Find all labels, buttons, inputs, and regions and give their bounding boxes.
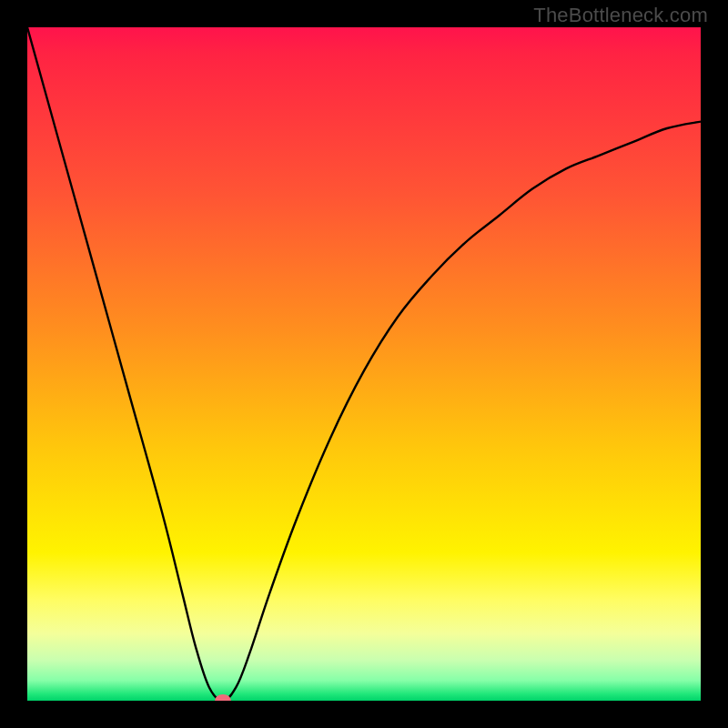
chart-frame: TheBottleneck.com <box>0 0 728 728</box>
watermark-text: TheBottleneck.com <box>533 4 708 27</box>
bottleneck-marker-icon <box>215 694 231 701</box>
plot-area <box>27 27 701 701</box>
curve-path <box>27 27 701 701</box>
bottleneck-curve <box>27 27 701 701</box>
